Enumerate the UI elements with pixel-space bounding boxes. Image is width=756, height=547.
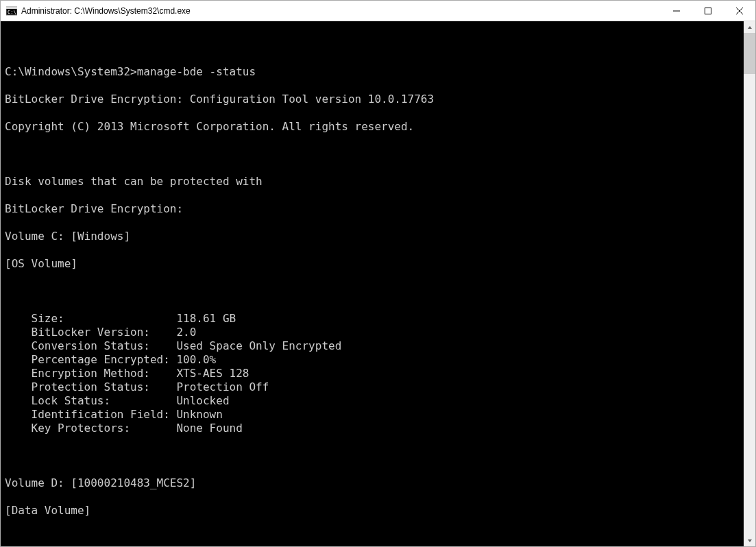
property-row: Lock Status: Unlocked	[5, 394, 744, 408]
window-controls	[661, 1, 755, 21]
volume-subtitle: [Data Volume]	[5, 504, 744, 518]
prompt-command: manage-bde -status	[137, 65, 256, 78]
maximize-button[interactable]	[692, 1, 724, 21]
property-row: Encryption Method: XTS-AES 128	[5, 367, 744, 380]
output-line: Disk volumes that can be protected with	[5, 175, 744, 189]
terminal-container: C:\Windows\System32>manage-bde -status B…	[1, 21, 755, 546]
scroll-up-arrow[interactable]	[744, 21, 755, 33]
svg-rect-4	[705, 8, 711, 14]
blank-line	[5, 449, 744, 463]
property-row: Identification Field: Unknown	[5, 408, 744, 422]
vol-c-props: Size: 118.61 GB BitLocker Version: 2.0 C…	[5, 312, 744, 435]
output-line: Copyright (C) 2013 Microsoft Corporation…	[5, 120, 744, 134]
scroll-thumb[interactable]	[744, 33, 755, 74]
svg-marker-7	[748, 26, 752, 29]
vertical-scrollbar[interactable]	[744, 21, 755, 546]
cmd-icon: C:\	[6, 5, 17, 16]
terminal-output[interactable]: C:\Windows\System32>manage-bde -status B…	[1, 21, 744, 546]
property-row: Size: 118.61 GB	[5, 312, 744, 326]
volume-title: Volume D: [10000210483_MCES2]	[5, 476, 744, 490]
volume-title: Volume C: [Windows]	[5, 230, 744, 243]
close-button[interactable]	[724, 1, 755, 21]
property-row: Protection Status: Protection Off	[5, 380, 744, 394]
window-titlebar: C:\ Administrator: C:\Windows\System32\c…	[1, 1, 755, 21]
volume-subtitle: [OS Volume]	[5, 257, 744, 271]
minimize-button[interactable]	[661, 1, 692, 21]
prompt-line: C:\Windows\System32>manage-bde -status	[5, 65, 744, 79]
scroll-down-arrow[interactable]	[744, 535, 755, 546]
output-line: BitLocker Drive Encryption:	[5, 202, 744, 216]
property-row: Conversion Status: Used Space Only Encry…	[5, 339, 744, 353]
output-line: BitLocker Drive Encryption: Configuratio…	[5, 93, 744, 106]
property-row: Percentage Encrypted: 100.0%	[5, 353, 744, 367]
blank-line	[5, 284, 744, 298]
blank-line	[5, 38, 744, 51]
svg-rect-1	[6, 7, 17, 9]
prompt-path: C:\Windows\System32>	[5, 65, 137, 78]
svg-text:C:\: C:\	[8, 10, 16, 15]
window-title: Administrator: C:\Windows\System32\cmd.e…	[21, 6, 661, 16]
property-row: BitLocker Version: 2.0	[5, 326, 744, 339]
property-row: Key Protectors: None Found	[5, 422, 744, 435]
blank-line	[5, 531, 744, 545]
blank-line	[5, 147, 744, 161]
svg-marker-8	[748, 539, 752, 542]
